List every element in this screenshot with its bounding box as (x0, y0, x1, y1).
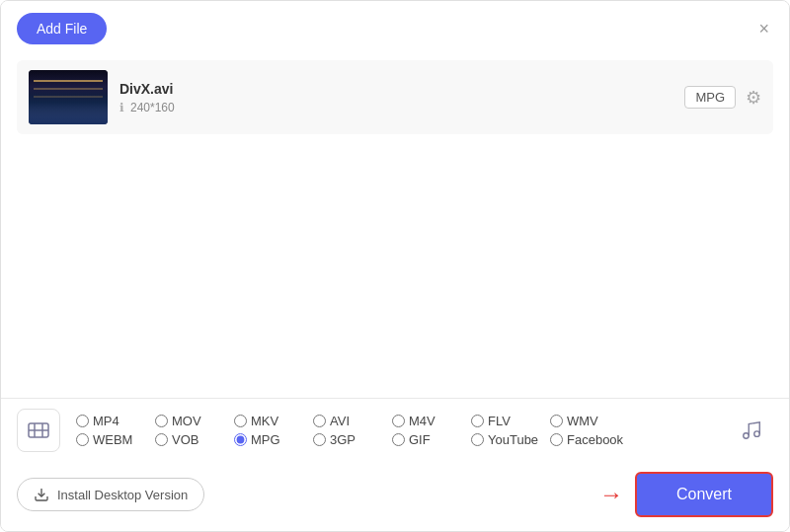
arrow-icon: → (599, 481, 623, 508)
download-icon (34, 487, 49, 502)
svg-point-4 (744, 433, 750, 439)
format-option-m4v[interactable]: M4V (392, 414, 471, 428)
format-selector: MP4 MOV MKV AVI (1, 399, 789, 462)
file-thumbnail (29, 70, 108, 124)
format-option-mp4[interactable]: MP4 (76, 414, 155, 428)
format-label-avi: AVI (330, 414, 350, 428)
info-icon: ℹ (119, 101, 124, 114)
format-label-mov: MOV (172, 414, 201, 428)
convert-button[interactable]: Convert (635, 472, 773, 517)
add-file-button[interactable]: Add File (17, 13, 107, 44)
file-info: DivX.avi ℹ 240*160 (119, 81, 672, 114)
format-label-wmv: WMV (567, 414, 598, 428)
main-window: Add File × DivX.avi ℹ 240*160 MPG ⚙ (0, 0, 790, 532)
file-name: DivX.avi (119, 81, 672, 97)
file-list: DivX.avi ℹ 240*160 MPG ⚙ (1, 52, 789, 398)
format-label-facebook: Facebook (567, 432, 623, 447)
install-desktop-button[interactable]: Install Desktop Version (17, 478, 204, 511)
format-option-vob[interactable]: VOB (155, 432, 234, 447)
format-label-webm: WEBM (93, 432, 132, 447)
format-label-flv: FLV (488, 414, 511, 428)
format-label-gif: GIF (409, 432, 431, 447)
bottom-panel: MP4 MOV MKV AVI (1, 398, 789, 462)
audio-format-icon[interactable] (730, 409, 773, 452)
file-actions: MPG ⚙ (684, 86, 761, 109)
file-item: DivX.avi ℹ 240*160 MPG ⚙ (17, 60, 773, 134)
file-resolution: 240*160 (130, 101, 175, 114)
settings-icon[interactable]: ⚙ (746, 87, 761, 109)
format-option-mpg[interactable]: MPG (234, 432, 313, 447)
file-meta: ℹ 240*160 (119, 101, 672, 114)
header: Add File × (1, 1, 789, 52)
format-option-mov[interactable]: MOV (155, 414, 234, 428)
format-label-youtube: YouTube (488, 432, 538, 447)
format-label-vob: VOB (172, 432, 198, 447)
format-option-wmv[interactable]: WMV (550, 414, 629, 428)
thumbnail-scene (29, 70, 108, 124)
close-button[interactable]: × (754, 16, 773, 41)
format-label-3gp: 3GP (330, 432, 356, 447)
format-option-webm[interactable]: WEBM (76, 432, 155, 447)
format-label-mkv: MKV (251, 414, 278, 428)
format-option-youtube[interactable]: YouTube (471, 432, 550, 447)
format-option-avi[interactable]: AVI (313, 414, 392, 428)
format-option-gif[interactable]: GIF (392, 432, 471, 447)
format-label-m4v: M4V (409, 414, 435, 428)
format-label-mpg: MPG (251, 432, 280, 447)
format-option-facebook[interactable]: Facebook (550, 432, 629, 447)
footer-right: → Convert (599, 472, 773, 517)
format-badge[interactable]: MPG (684, 86, 736, 109)
video-format-icon[interactable] (17, 409, 60, 452)
install-label: Install Desktop Version (57, 488, 188, 502)
footer: Install Desktop Version → Convert (1, 462, 789, 531)
svg-point-5 (754, 431, 760, 437)
format-option-flv[interactable]: FLV (471, 414, 550, 428)
format-label-mp4: MP4 (93, 414, 119, 428)
format-option-mkv[interactable]: MKV (234, 414, 313, 428)
format-option-3gp[interactable]: 3GP (313, 432, 392, 447)
